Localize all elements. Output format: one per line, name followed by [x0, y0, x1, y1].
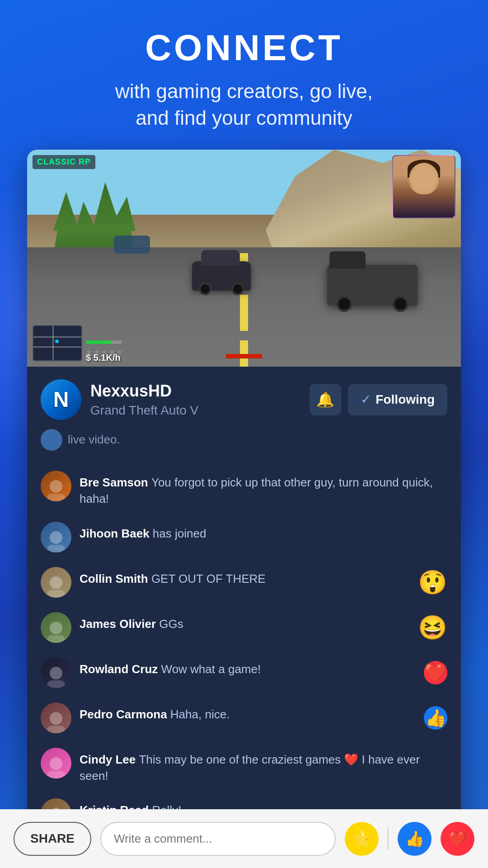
road-line-3: [240, 340, 248, 367]
avatar-head: [50, 531, 62, 544]
hud-minimap: [33, 325, 82, 361]
following-check-icon: ✓: [361, 392, 371, 407]
streamer-avatar: N: [41, 379, 81, 420]
avatar-body: [47, 590, 65, 598]
comment-body: Wow what a game!: [161, 662, 261, 676]
comment-text: Jihoon Baek has joined: [80, 522, 447, 542]
truck-car: [327, 265, 418, 306]
comment-reaction-emoji: ❤️: [424, 661, 447, 684]
star-icon: ⭐: [351, 829, 372, 849]
avatar-head: [50, 576, 62, 589]
wheel-fl: [199, 283, 211, 295]
game-scene: CLASSIC RP $ 5.1K/h: [27, 150, 461, 367]
comment-item: Jihoon Baek has joined: [27, 514, 461, 560]
comment-item: Cindy Lee This may be one of the crazies…: [27, 741, 461, 792]
comments-section: Bre Samson You forgot to pick up that ot…: [27, 459, 461, 841]
hud-health-bar: [86, 340, 122, 344]
minimap-road-h2: [33, 346, 81, 348]
comment-text: James Olivier GGs: [80, 612, 447, 632]
comment-username: Pedro Carmona: [80, 708, 170, 721]
comment-item: Bre Samson You forgot to pick up that ot…: [27, 463, 461, 514]
heart-reaction-button[interactable]: ❤️: [441, 822, 474, 856]
hud-bar-red: [226, 354, 262, 359]
like-icon: 👍: [405, 830, 424, 848]
avatar: [41, 567, 71, 598]
comment-text: Collin Smith GET OUT OF THERE: [80, 567, 447, 587]
minimap-roads: [33, 326, 81, 360]
background-car: [114, 236, 150, 254]
avatar-silhouette: [47, 480, 65, 501]
comment-username: Bre Samson: [80, 476, 151, 489]
avatar: [41, 703, 71, 733]
minimap-road-v1: [52, 326, 54, 360]
road-line-2: [240, 295, 248, 330]
bell-icon: 🔔: [316, 391, 334, 408]
comment-body: GET OUT OF THERE: [151, 572, 266, 585]
live-description: live video.: [68, 433, 120, 447]
streamer-name: NexxusHD: [90, 382, 300, 401]
comment-body: Haha, nice.: [170, 708, 230, 721]
stream-info-bar: N NexxusHD Grand Theft Auto V 🔔 ✓ Follow…: [27, 367, 461, 429]
hud-server-label: CLASSIC RP: [33, 155, 95, 169]
avatar-initial: N: [53, 387, 69, 412]
avatar: [41, 657, 71, 688]
wanted-star-4: [109, 349, 115, 355]
minimap-player-dot: [55, 340, 59, 343]
comment-username: James Olivier: [80, 617, 159, 631]
like-reaction-button[interactable]: 👍: [398, 822, 432, 856]
comment-text: Bre Samson You forgot to pick up that ot…: [80, 471, 447, 507]
streamer-game: Grand Theft Auto V: [90, 403, 300, 418]
comment-reaction-emoji: 👍: [424, 706, 447, 730]
wanted-star-1: [86, 349, 92, 355]
wanted-star-5: [117, 349, 123, 355]
stream-actions: 🔔 ✓ Following: [310, 384, 447, 415]
hud-wanted-stars: [86, 349, 123, 355]
comment-body: has joined: [153, 527, 206, 540]
avatar-head: [50, 757, 62, 770]
header-section: CONNECT with gaming creators, go live,an…: [0, 0, 488, 150]
following-button[interactable]: ✓ Following: [348, 384, 447, 415]
comment-item: Collin Smith GET OUT OF THERE 😲: [27, 560, 461, 605]
star-reaction-button[interactable]: ⭐: [345, 822, 379, 856]
share-button[interactable]: SHARE: [14, 822, 91, 856]
comment-input[interactable]: [100, 822, 336, 856]
avatar-head: [50, 667, 62, 679]
comment-item: Pedro Carmona Haha, nice. 👍: [27, 695, 461, 741]
wheel-fr: [231, 283, 244, 295]
avatar-silhouette: [47, 667, 65, 688]
bell-button[interactable]: 🔔: [310, 384, 341, 415]
avatar-body: [47, 494, 65, 501]
video-container[interactable]: CLASSIC RP $ 5.1K/h: [27, 150, 461, 367]
avatar: [41, 612, 71, 643]
comment-text: Pedro Carmona Haha, nice.: [80, 703, 447, 722]
avatar: [41, 522, 71, 552]
avatar-silhouette: [47, 531, 65, 552]
comment-body: GGs: [159, 617, 183, 631]
avatar-silhouette: [47, 757, 65, 778]
avatar-body: [47, 771, 65, 778]
facecam-overlay: [392, 155, 455, 218]
avatar-head: [50, 712, 62, 725]
streamer-info: NexxusHD Grand Theft Auto V: [90, 382, 300, 418]
facecam-person: [393, 156, 455, 217]
avatar: [41, 748, 71, 778]
avatar-head: [50, 622, 62, 634]
button-divider: [388, 827, 389, 850]
live-avatar-small: [41, 429, 62, 451]
avatar-silhouette: [47, 576, 65, 598]
comment-text: Cindy Lee This may be one of the crazies…: [80, 748, 447, 784]
avatar-silhouette: [47, 622, 65, 643]
main-subtitle: with gaming creators, go live,and find y…: [27, 78, 461, 132]
following-label: Following: [375, 392, 435, 407]
comment-username: Collin Smith: [80, 572, 151, 585]
avatar-silhouette: [47, 712, 65, 733]
avatar: [41, 471, 71, 501]
comment-username: Rowland Cruz: [80, 662, 161, 676]
comment-reaction-emoji: 😆: [418, 613, 447, 641]
comment-reaction-emoji: 😲: [418, 568, 447, 596]
heart-icon: ❤️: [448, 830, 467, 848]
comment-text: Rowland Cruz Wow what a game!: [80, 657, 447, 677]
facecam-head: [409, 163, 439, 194]
bottom-bar: SHARE ⭐ 👍 ❤️: [0, 809, 488, 868]
main-card: CLASSIC RP $ 5.1K/h: [27, 150, 461, 841]
